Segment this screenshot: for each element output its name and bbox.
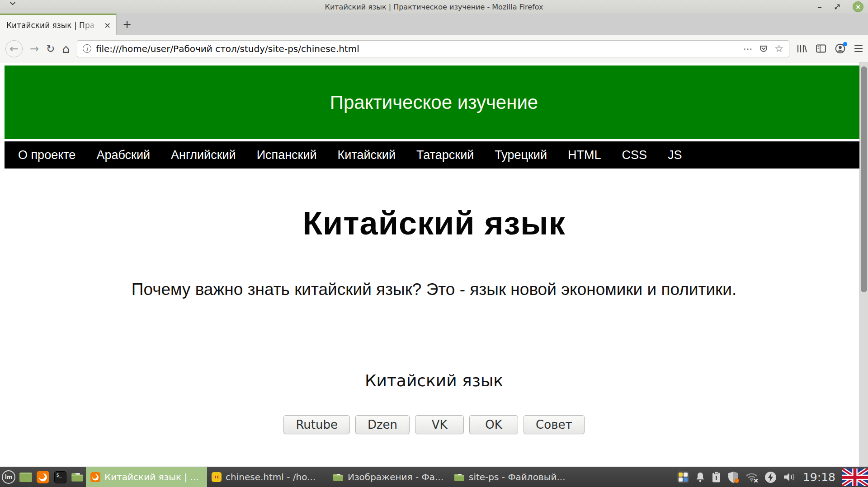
folder-icon <box>71 472 84 482</box>
terminal-icon: $_ <box>54 471 66 483</box>
firefox-icon <box>90 472 100 482</box>
rutube-button[interactable]: Rutube <box>283 415 350 434</box>
url-input[interactable]: file:///home/user/Рабочий стол/study/sit… <box>96 43 739 54</box>
account-icon[interactable] <box>835 43 845 54</box>
vk-button[interactable]: VK <box>415 415 464 434</box>
network-wifi-off-icon[interactable] <box>745 472 758 482</box>
tab-title: Китайский язык | Пра <box>6 21 102 30</box>
firefox-launcher[interactable] <box>34 467 52 487</box>
page-actions-icon[interactable]: ⋯ <box>743 43 753 54</box>
nav-link-arabic[interactable]: Арабский <box>96 148 150 162</box>
volume-speaker-icon[interactable] <box>783 471 797 483</box>
reports-clipboard-icon[interactable]: ! <box>712 471 721 483</box>
forward-icon[interactable]: → <box>30 42 39 55</box>
files-launcher[interactable] <box>69 467 86 487</box>
site-info-icon[interactable]: i <box>83 44 91 53</box>
scrollbar-track[interactable] <box>859 62 868 467</box>
show-desktop-button[interactable] <box>17 467 34 487</box>
nav-link-about[interactable]: О проекте <box>18 148 75 162</box>
pocket-icon[interactable] <box>759 44 768 53</box>
page-subtitle: Китайский язык <box>0 371 868 390</box>
nav-link-js[interactable]: JS <box>668 148 682 162</box>
clock[interactable]: 19:18 <box>803 471 835 484</box>
text-editor-icon <box>212 472 222 482</box>
tab-bar: Китайский язык | Пра × + <box>0 14 868 35</box>
account-notification-dot <box>843 42 847 46</box>
nav-link-spanish[interactable]: Испанский <box>257 148 317 162</box>
taskbar-window-label: site-ps - Файловый... <box>469 472 566 482</box>
url-bar[interactable]: i file:///home/user/Рабочий стол/study/s… <box>77 40 789 57</box>
nav-link-css[interactable]: CSS <box>622 148 647 162</box>
notifications-bell-icon[interactable] <box>695 472 705 483</box>
svg-text:!: ! <box>715 474 717 482</box>
window-titlebar: Китайский язык | Практическое изучение -… <box>0 0 868 14</box>
page-viewport: Практическое изучение О проекте Арабский… <box>0 62 868 467</box>
nav-link-english[interactable]: Английский <box>171 148 236 162</box>
toolbar-right-icons <box>797 43 863 54</box>
browser-toolbar: ← → ↻ ⌂ i file:///home/user/Рабочий стол… <box>0 35 868 62</box>
taskbar-window-firefox[interactable]: Китайский язык | ... <box>86 467 207 487</box>
tab-close-icon[interactable]: × <box>102 20 113 30</box>
taskbar-window-editor[interactable]: chinese.html - /ho... <box>207 467 328 487</box>
mint-logo-icon: lm <box>2 470 15 484</box>
sidebar-toggle-icon[interactable] <box>816 44 826 53</box>
site-header: Практическое изучение <box>5 66 863 139</box>
taskbar-window-siteps[interactable]: site-ps - Файловый... <box>449 467 571 487</box>
nav-link-html[interactable]: HTML <box>568 148 601 162</box>
keyboard-layout-flag-icon[interactable] <box>842 468 868 486</box>
minimize-button[interactable]: – <box>817 5 822 9</box>
new-tab-button[interactable]: + <box>117 14 137 35</box>
dzen-button[interactable]: Dzen <box>355 415 410 434</box>
taskbar-window-images[interactable]: Изображения - Фа... <box>328 467 449 487</box>
desktop-screen: Китайский язык | Практическое изучение -… <box>0 0 868 487</box>
window-controls: – × <box>817 0 863 14</box>
home-icon[interactable]: ⌂ <box>62 42 70 56</box>
maximize-button[interactable] <box>834 3 841 10</box>
back-icon[interactable]: ← <box>5 40 23 57</box>
sovet-button[interactable]: Совет <box>524 415 585 434</box>
page-title: Китайский язык <box>0 205 868 242</box>
scrollbar-thumb[interactable] <box>861 66 867 292</box>
taskbar-window-label: Китайский язык | ... <box>104 472 199 482</box>
url-actions: ⋯ ☆ <box>743 43 783 54</box>
menu-hamburger-icon[interactable] <box>854 45 863 52</box>
nav-link-tatar[interactable]: Татарский <box>416 148 474 162</box>
system-tray: ! 19:18 <box>677 467 868 487</box>
taskbar-window-label: chinese.html - /ho... <box>226 472 316 482</box>
site-nav: О проекте Арабский Английский Испанский … <box>5 141 863 169</box>
app-grid-icon[interactable] <box>677 471 689 483</box>
firefox-icon <box>37 471 49 483</box>
window-menu-chevron-icon[interactable] <box>10 2 15 5</box>
folder-icon <box>454 473 465 482</box>
taskbar: lm $_ Китайский язык | ... chinese.html … <box>0 467 868 487</box>
nav-link-chinese[interactable]: Китайский <box>338 148 396 162</box>
social-buttons-row: Rutube Dzen VK OK Совет <box>0 415 868 434</box>
folder-icon <box>333 473 344 482</box>
ok-button[interactable]: OK <box>469 415 518 434</box>
reload-icon[interactable]: ↻ <box>46 43 55 55</box>
tab-chinese-page[interactable]: Китайский язык | Пра × <box>0 14 117 35</box>
site-header-title: Практическое изучение <box>330 92 538 113</box>
power-manager-icon[interactable] <box>764 471 777 483</box>
window-title: Китайский язык | Практическое изучение -… <box>325 3 543 11</box>
update-shield-icon[interactable] <box>727 471 739 483</box>
taskbar-window-label: Изображения - Фа... <box>348 472 443 482</box>
close-button[interactable]: × <box>853 1 863 12</box>
bookmark-star-icon[interactable]: ☆ <box>774 43 783 54</box>
desktop-icon <box>19 473 32 482</box>
mint-menu-button[interactable]: lm <box>0 467 17 487</box>
page-intro-text: Почему важно знать китайский язык? Это -… <box>0 280 868 299</box>
nav-link-turkish[interactable]: Турецкий <box>495 148 547 162</box>
terminal-launcher[interactable]: $_ <box>52 467 69 487</box>
library-icon[interactable] <box>797 44 807 53</box>
